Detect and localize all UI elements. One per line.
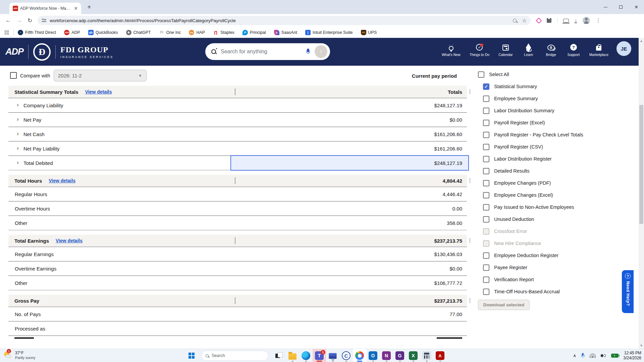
report-option[interactable]: Payroll Register - Pay Check Level Total…: [478, 129, 629, 141]
selected-cell[interactable]: [230, 155, 469, 171]
nav-learn[interactable]: Learn: [522, 42, 535, 57]
bookmark-fifth-third[interactable]: ◔Fifth Third Direct: [18, 30, 56, 35]
bookmark-chatgpt[interactable]: ✳ChatGPT: [126, 30, 151, 35]
chrome-button[interactable]: [353, 349, 366, 362]
tray-expand-icon[interactable]: ∧: [573, 353, 576, 358]
report-checkbox[interactable]: [483, 96, 489, 102]
table-row[interactable]: Other 358.00: [8, 216, 467, 230]
start-button[interactable]: [189, 353, 195, 359]
report-checkbox[interactable]: [483, 108, 489, 114]
report-checkbox[interactable]: [483, 277, 489, 283]
remote-desktop-button[interactable]: [326, 349, 339, 362]
browser-profile-avatar[interactable]: [583, 17, 590, 24]
voice-search-icon[interactable]: [306, 49, 310, 55]
teams-button[interactable]: T1: [313, 349, 326, 362]
report-option[interactable]: Labor Distribution Summary: [478, 105, 629, 117]
bookmark-one-inc[interactable]: ⑴One Inc: [159, 30, 181, 35]
nav-marketplace[interactable]: Marketplace: [589, 42, 608, 57]
download-selected-button[interactable]: Download selected: [478, 300, 530, 310]
back-button[interactable]: ←: [5, 17, 11, 24]
scroll-up-icon[interactable]: ▲: [639, 39, 644, 43]
table-row[interactable]: Overtime Hours 0.00: [8, 201, 467, 216]
edge-button[interactable]: [299, 349, 313, 362]
bookmark-intuit-suite[interactable]: |Intuit Enterprise Suite: [305, 30, 353, 35]
url-bar[interactable]: workforcenow.adp.com/theme/admin.html#/P…: [38, 16, 531, 25]
view-details-link[interactable]: View details: [49, 178, 75, 183]
report-option[interactable]: Detailed Results: [478, 165, 629, 177]
site-settings-icon[interactable]: [42, 18, 46, 22]
forward-button[interactable]: →: [16, 17, 22, 24]
compare-with-checkbox[interactable]: [10, 72, 17, 79]
report-checkbox[interactable]: [483, 192, 489, 198]
report-option[interactable]: ✓Statistical Summary: [478, 80, 629, 93]
report-checkbox[interactable]: [483, 204, 489, 210]
battery-icon[interactable]: [611, 354, 619, 358]
bookmark-hap[interactable]: hapHAP: [189, 30, 205, 35]
report-checkbox[interactable]: [483, 156, 489, 162]
browser-tab[interactable]: ADP ADP Workforce Now - Manage ✕: [9, 3, 81, 14]
c-app-button[interactable]: C: [339, 349, 353, 362]
bookmark-adp[interactable]: ADPADP: [64, 30, 80, 35]
select-all-checkbox[interactable]: [478, 71, 484, 78]
report-option[interactable]: Employee Summary: [478, 93, 629, 105]
bookmark-quickbooks[interactable]: qbQuickBooks: [88, 30, 118, 35]
browser-menu-icon[interactable]: ⋮: [596, 17, 601, 23]
report-checkbox[interactable]: [483, 264, 489, 271]
task-view-button[interactable]: [272, 349, 286, 362]
report-option[interactable]: Pay Issued to Non-Active Employees: [478, 201, 629, 213]
g-app-button[interactable]: G: [393, 349, 407, 362]
page-scrollbar[interactable]: ▲ ▼: [639, 38, 644, 349]
reload-button[interactable]: ↻: [28, 17, 32, 24]
report-option[interactable]: Employee Changes (Excel): [478, 189, 629, 201]
expand-chevron-icon[interactable]: ›: [17, 159, 19, 166]
report-option[interactable]: Time-Off Hours-Based Accrual: [478, 286, 629, 298]
table-row[interactable]: Regular Earnings $130,436.03: [8, 247, 467, 261]
view-details-link[interactable]: View details: [56, 238, 83, 243]
table-row[interactable]: › Company Liability $248,127.19: [8, 98, 467, 113]
send-to-device-icon[interactable]: [563, 19, 569, 22]
view-details-link[interactable]: View details: [85, 89, 112, 95]
taskbar-search[interactable]: Search: [201, 351, 268, 361]
wifi-icon[interactable]: [590, 353, 596, 358]
speaker-icon[interactable]: [601, 353, 606, 358]
report-checkbox-checked[interactable]: ✓: [483, 83, 489, 90]
expand-chevron-icon[interactable]: ›: [17, 116, 19, 123]
taskbar-weather[interactable]: 1 37°F Partly sunny: [3, 350, 36, 360]
extension-icon[interactable]: [536, 17, 542, 23]
zoom-icon[interactable]: [513, 19, 517, 22]
expand-chevron-icon[interactable]: ›: [17, 102, 19, 108]
window-minimize-button[interactable]: [598, 0, 613, 14]
downloads-icon[interactable]: ↓: [575, 18, 577, 23]
report-option[interactable]: Payroll Register (Excel): [478, 117, 629, 129]
report-option[interactable]: Labor Distribution Register: [478, 153, 629, 165]
calculator-button[interactable]: [420, 349, 433, 362]
window-close-button[interactable]: ✕: [629, 0, 644, 14]
search-submit-button[interactable]: ↑: [315, 45, 327, 58]
table-row[interactable]: › Net Cash $161,206.60: [8, 127, 467, 141]
report-checkbox[interactable]: [483, 252, 489, 259]
bookmark-ups[interactable]: UPSUPS: [361, 30, 377, 35]
scroll-down-icon[interactable]: ▼: [639, 344, 644, 347]
report-option[interactable]: Verification Report: [478, 274, 629, 286]
report-checkbox[interactable]: [483, 216, 489, 223]
report-option[interactable]: Employee Deduction Register: [478, 249, 629, 261]
table-row[interactable]: › Net Pay Liability $161,206.60: [8, 141, 467, 156]
select-all-row[interactable]: Select All: [478, 68, 629, 80]
table-row[interactable]: Processed as: [8, 321, 467, 336]
report-checkbox[interactable]: [483, 180, 489, 186]
nav-things-to-do[interactable]: ✓Things to Do: [470, 42, 490, 57]
nav-calendar[interactable]: Calendar: [498, 42, 513, 57]
table-row[interactable]: › Net Pay $0.00: [8, 113, 467, 127]
expand-chevron-icon[interactable]: ›: [17, 130, 19, 137]
nav-whats-new[interactable]: What's New: [442, 42, 461, 57]
bookmark-staples[interactable]: ∏Staples: [213, 30, 234, 35]
tray-mic-icon[interactable]: [581, 353, 585, 358]
bookmark-star-icon[interactable]: ☆: [522, 17, 527, 24]
need-help-button[interactable]: ? Need Help?: [622, 270, 634, 313]
window-maximize-button[interactable]: [613, 0, 629, 14]
nav-support[interactable]: ?Support: [567, 42, 580, 57]
report-checkbox[interactable]: [483, 289, 489, 295]
new-tab-button[interactable]: +: [87, 3, 91, 11]
table-row[interactable]: Other $106,777.72: [8, 276, 467, 290]
report-option[interactable]: Unused Deduction: [478, 213, 629, 225]
